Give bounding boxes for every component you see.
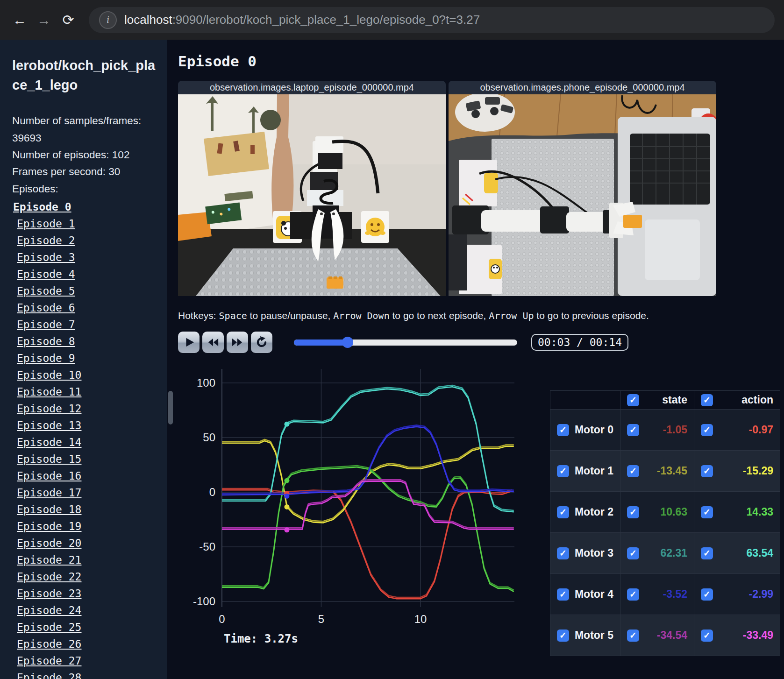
site-info-icon[interactable]: i [99, 11, 117, 29]
motor-checkbox[interactable]: ✓ [557, 547, 569, 559]
episode-link[interactable]: Episode 9 [17, 350, 75, 367]
url-bar[interactable]: i localhost:9090/lerobot/koch_pick_place… [89, 7, 775, 33]
url-host: localhost [124, 13, 172, 27]
motor-checkbox[interactable]: ✓ [701, 465, 713, 477]
timeline-progress [294, 340, 348, 346]
svg-text:-100: -100 [193, 595, 215, 608]
video-frame-phone-camera[interactable] [449, 94, 716, 296]
motor-row: ✓Motor 0✓-1.05✓-0.97 [550, 410, 780, 451]
motor-label: Motor 4 [575, 588, 613, 601]
episode-link[interactable]: Episode 1 [17, 215, 75, 232]
motor-chart: 100500-50-1000510 Time: 3.27s [184, 365, 520, 645]
motor-checkbox[interactable]: ✓ [627, 465, 639, 477]
episode-link[interactable]: Episode 13 [17, 417, 81, 434]
episode-link[interactable]: Episode 18 [17, 501, 81, 518]
rewind-button[interactable] [202, 332, 224, 353]
fast-forward-button[interactable] [227, 332, 248, 353]
motor-checkbox[interactable]: ✓ [627, 547, 639, 559]
episode-link[interactable]: Episode 11 [17, 383, 81, 400]
timeline-thumb[interactable] [342, 337, 353, 348]
motor-action-value: -2.99 [749, 588, 773, 601]
episode-link[interactable]: Episode 6 [17, 299, 75, 316]
play-button[interactable] [178, 332, 200, 353]
motor-state-value: 10.63 [660, 506, 687, 518]
motor-checkbox[interactable]: ✓ [557, 465, 569, 477]
episode-link[interactable]: Episode 4 [17, 266, 75, 283]
back-icon[interactable]: ← [9, 10, 30, 30]
svg-text:-50: -50 [199, 540, 215, 553]
episode-link[interactable]: Episode 21 [17, 552, 81, 568]
hotkey-space: Space [219, 310, 247, 321]
episode-link[interactable]: Episode 27 [17, 652, 81, 669]
reload-icon[interactable]: ⟳ [58, 10, 78, 30]
motor-label: Motor 1 [575, 465, 613, 477]
motor-checkbox[interactable]: ✓ [557, 588, 569, 601]
svg-text:0: 0 [219, 613, 225, 625]
video-row: observation.images.laptop_episode_000000… [178, 81, 784, 296]
motor-checkbox[interactable]: ✓ [701, 588, 713, 601]
motor-checkbox[interactable]: ✓ [557, 424, 569, 436]
episode-link[interactable]: Episode 7 [17, 316, 75, 333]
timeline-slider[interactable] [294, 340, 517, 346]
motor-checkbox[interactable]: ✓ [627, 424, 639, 436]
episode-link[interactable]: Episode 5 [17, 283, 75, 299]
url-path: :9090/lerobot/koch_pick_place_1_lego/epi… [172, 13, 480, 27]
state-column-checkbox[interactable]: ✓ [627, 394, 639, 406]
motor-checkbox[interactable]: ✓ [557, 629, 569, 642]
episode-link[interactable]: Episode 8 [17, 333, 75, 350]
stat-samples: Number of samples/frames: 39693 [12, 115, 141, 143]
play-icon [183, 336, 195, 348]
hotkeys-suffix: to go to previous episode. [536, 310, 649, 321]
hotkeys-mid2: to go to next episode, [392, 310, 486, 321]
episode-link[interactable]: Episode 2 [17, 232, 75, 249]
episode-link[interactable]: Episode 12 [17, 400, 81, 417]
episode-link[interactable]: Episode 10 [17, 367, 81, 383]
bottom-section: 100500-50-1000510 Time: 3.27s ✓ state [178, 365, 784, 656]
forward-icon[interactable]: → [34, 10, 54, 30]
episode-link[interactable]: Episode 28 [17, 669, 81, 679]
main-content: Episode 0 observation.images.laptop_epis… [167, 40, 784, 679]
episode-link[interactable]: Episode 19 [17, 518, 81, 535]
episode-link[interactable]: Episode 17 [17, 484, 81, 501]
svg-text:10: 10 [414, 613, 427, 625]
motor-label: Motor 0 [575, 424, 613, 436]
motor-checkbox[interactable]: ✓ [557, 506, 569, 518]
episode-link[interactable]: Episode 26 [17, 636, 81, 652]
page-title: Episode 0 [178, 53, 784, 70]
motor-checkbox[interactable]: ✓ [701, 424, 713, 436]
loop-button[interactable] [251, 332, 272, 353]
state-column-header: state [662, 394, 687, 406]
episode-link[interactable]: Episode 15 [17, 451, 81, 467]
motor-checkbox[interactable]: ✓ [701, 547, 713, 559]
svg-text:100: 100 [197, 376, 215, 389]
episode-link[interactable]: Episode 20 [17, 535, 81, 552]
motor-row: ✓Motor 5✓-34.54✓-33.49 [550, 615, 780, 656]
motor-state-value: -3.52 [663, 588, 687, 601]
motor-action-value: -33.49 [743, 629, 773, 642]
episode-link[interactable]: Episode 23 [17, 585, 81, 602]
motor-label: Motor 3 [575, 547, 613, 559]
episode-link[interactable]: Episode 24 [17, 602, 81, 619]
motor-checkbox[interactable]: ✓ [701, 629, 713, 642]
time-display: 00:03 / 00:14 [531, 334, 628, 351]
motor-checkbox[interactable]: ✓ [627, 629, 639, 642]
motor-action-value: -15.29 [743, 465, 773, 477]
svg-text:5: 5 [318, 613, 324, 625]
motor-checkbox[interactable]: ✓ [701, 506, 713, 518]
table-header-row: ✓ state ✓ action [550, 391, 780, 410]
episode-list: Episode 0Episode 1Episode 2Episode 3Epis… [12, 198, 157, 679]
hotkey-arrow-up: Arrow Up [489, 310, 534, 321]
dataset-title: lerobot/koch_pick_place_1_lego [12, 56, 157, 95]
episode-link[interactable]: Episode 0 [13, 198, 71, 215]
video-frame-laptop-camera[interactable] [178, 94, 446, 296]
episode-link[interactable]: Episode 25 [17, 619, 81, 636]
episode-link[interactable]: Episode 16 [17, 467, 81, 484]
motor-checkbox[interactable]: ✓ [627, 506, 639, 518]
episode-link[interactable]: Episode 22 [17, 568, 81, 585]
line-chart: 100500-50-1000510 [184, 365, 520, 628]
episodes-label: Episodes: [12, 183, 58, 195]
motor-checkbox[interactable]: ✓ [627, 588, 639, 601]
episode-link[interactable]: Episode 14 [17, 434, 81, 451]
action-column-checkbox[interactable]: ✓ [701, 394, 713, 406]
episode-link[interactable]: Episode 3 [17, 249, 75, 266]
